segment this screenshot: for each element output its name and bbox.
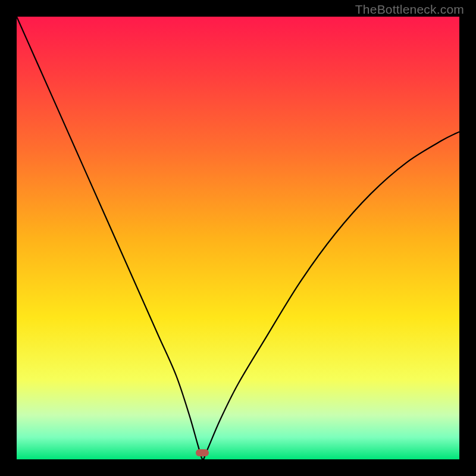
- chart-frame: TheBottleneck.com: [0, 0, 476, 476]
- watermark-text: TheBottleneck.com: [355, 2, 464, 17]
- optimum-marker: [196, 449, 209, 456]
- bottleneck-curve: [17, 17, 459, 459]
- plot-area: [17, 17, 459, 459]
